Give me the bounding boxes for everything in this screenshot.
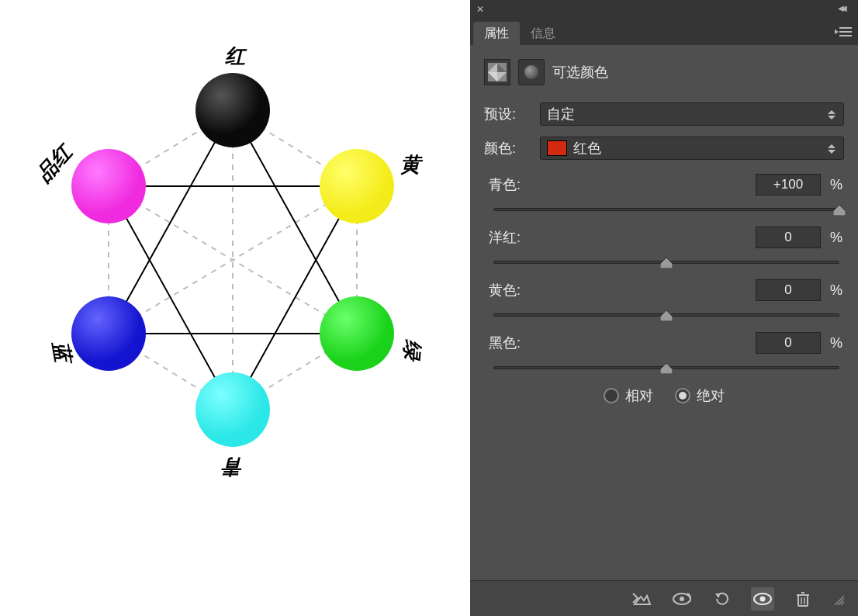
slider-value-magenta[interactable]: 0 <box>756 227 821 248</box>
svg-marker-26 <box>715 594 721 598</box>
slider-track-black[interactable] <box>493 358 839 377</box>
color-wheel-diagram: 红 黄 绿 青 蓝 品红 <box>0 0 465 543</box>
preset-row: 预设: 自定 <box>484 102 844 126</box>
color-swatch <box>547 140 567 156</box>
adjustment-type-icon[interactable] <box>484 59 510 85</box>
svg-point-25 <box>680 597 684 601</box>
color-row: 颜色: 红色 <box>484 137 844 160</box>
panel-flyout-menu-icon[interactable] <box>835 25 853 39</box>
slider-value-black[interactable]: 0 <box>756 332 821 354</box>
panel-footer <box>470 580 858 616</box>
slider-track-magenta[interactable] <box>493 253 839 272</box>
radio-dot-absolute <box>675 388 690 403</box>
node-tl <box>71 149 146 223</box>
slider-label-black: 黑色: <box>489 334 521 352</box>
slider-row-magenta: 洋红: 0 % <box>489 227 844 272</box>
slider-value-yellow[interactable]: 0 <box>756 279 821 301</box>
svg-point-28 <box>760 596 766 601</box>
percent-sign: % <box>827 282 842 299</box>
svg-marker-21 <box>660 310 673 321</box>
method-radio-row: 相对 绝对 <box>484 386 844 405</box>
slider-thumb-magenta[interactable] <box>660 256 673 267</box>
clip-to-layer-icon[interactable] <box>630 587 653 611</box>
percent-sign: % <box>827 335 842 351</box>
color-value: 红色 <box>573 139 601 157</box>
close-icon[interactable]: ✕ <box>475 4 486 15</box>
slider-thumb-yellow[interactable] <box>660 309 673 320</box>
slider-label-magenta: 洋红: <box>489 228 521 247</box>
radio-dot-relative <box>604 388 619 403</box>
slider-track-yellow[interactable] <box>493 306 839 324</box>
preset-select[interactable]: 自定 <box>540 102 844 126</box>
select-arrows-icon <box>828 106 839 123</box>
node-tr <box>320 149 394 223</box>
adjustment-type-row: 可选颜色 <box>484 59 844 85</box>
mask-circle-icon[interactable] <box>518 59 545 85</box>
node-top <box>195 73 270 147</box>
slider-track-cyan[interactable] <box>493 200 839 219</box>
collapse-icon[interactable]: ◀◀ <box>838 4 853 15</box>
percent-sign: % <box>827 230 842 246</box>
svg-marker-22 <box>660 363 673 374</box>
node-bottom <box>195 372 270 447</box>
slider-row-yellow: 黄色: 0 % <box>489 279 844 324</box>
radio-relative[interactable]: 相对 <box>604 386 653 405</box>
tab-info[interactable]: 信息 <box>520 22 566 45</box>
select-arrows-icon <box>828 140 839 157</box>
adjustment-name: 可选颜色 <box>552 63 608 81</box>
label-tr: 黄 <box>400 155 420 175</box>
svg-marker-20 <box>660 258 673 268</box>
preset-label: 预设: <box>484 105 540 123</box>
panel-titlebar: ✕ ◀◀ <box>470 0 858 19</box>
label-bl: 蓝 <box>50 340 73 363</box>
radio-label-absolute: 绝对 <box>697 386 725 405</box>
label-top: 红 <box>225 47 245 67</box>
svg-line-35 <box>838 599 844 605</box>
preset-value: 自定 <box>547 105 575 123</box>
color-label: 颜色: <box>484 139 540 157</box>
slider-value-cyan[interactable]: +100 <box>756 174 821 196</box>
toggle-visibility-icon[interactable] <box>751 587 774 611</box>
node-br <box>320 296 394 371</box>
slider-thumb-black[interactable] <box>660 362 673 372</box>
svg-line-36 <box>841 602 844 605</box>
slider-row-black: 黑色: 0 % <box>489 332 844 377</box>
label-bottom: 青 <box>223 456 244 476</box>
svg-marker-19 <box>833 205 846 216</box>
svg-rect-29 <box>798 595 808 606</box>
percent-sign: % <box>827 177 842 193</box>
tab-properties[interactable]: 属性 <box>473 22 520 45</box>
properties-panel: ✕ ◀◀ 属性 信息 可选颜色 预设: 自定 颜色: 红 <box>470 0 858 616</box>
trash-icon[interactable] <box>791 587 815 611</box>
slider-label-yellow: 黄色: <box>489 281 521 299</box>
radio-absolute[interactable]: 绝对 <box>675 386 725 405</box>
slider-thumb-cyan[interactable] <box>833 203 846 214</box>
slider-row-cyan: 青色: +100 % <box>489 174 844 219</box>
node-bl <box>71 296 146 371</box>
view-previous-icon[interactable] <box>670 587 694 611</box>
label-br: 绿 <box>401 339 423 361</box>
resize-grip-icon[interactable] <box>832 593 844 605</box>
reset-icon[interactable] <box>711 587 734 611</box>
svg-marker-14 <box>835 29 839 34</box>
radio-label-relative: 相对 <box>625 386 653 405</box>
color-select[interactable]: 红色 <box>540 137 844 160</box>
panel-tabs: 属性 信息 <box>470 19 858 45</box>
slider-label-cyan: 青色: <box>489 175 521 194</box>
